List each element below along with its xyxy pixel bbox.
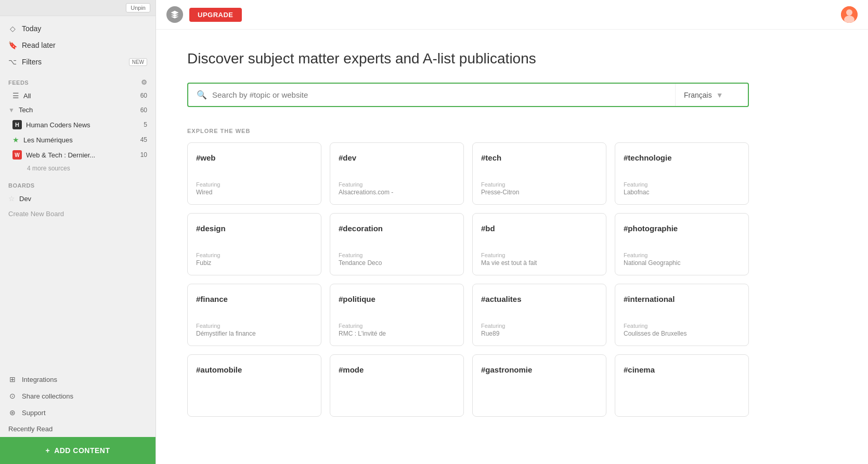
topics-grid: #web Featuring Wired #dev Featuring Alsa… [187,142,749,417]
topic-card[interactable]: #tech Featuring Presse-Citron [472,142,606,205]
topic-card[interactable]: #automobile [187,354,321,417]
tech-collapse-icon: ▼ [8,107,15,114]
sidebar-integrations[interactable]: ⊞ Integrations [0,371,156,388]
topic-card[interactable]: #dev Featuring Alsacreations.com - [330,142,464,205]
topic-tag: #cinema [624,365,740,374]
topic-tag: #photographie [624,224,740,233]
search-input[interactable] [212,90,667,99]
topic-featuring: Featuring Tendance Deco [339,252,455,267]
featuring-source: National Geographic [624,259,740,267]
topic-tag: #tech [481,153,598,162]
sidebar-support[interactable]: ⊛ Support [0,404,156,421]
topic-tag: #finance [196,295,313,303]
feed-web-tech[interactable]: W Web & Tech : Dernier... 10 [0,147,156,163]
topic-featuring: Featuring RMC : L'invité de [339,323,455,337]
all-label: All [23,92,31,100]
board-dev[interactable]: ☆ Dev [0,191,156,206]
topic-card[interactable]: #politique Featuring RMC : L'invité de [330,284,464,346]
svg-point-1 [846,9,852,16]
topic-card[interactable]: #technologie Featuring Labofnac [615,142,749,205]
topic-tag: #web [196,153,313,162]
featuring-source: Démystifier la finance [196,330,313,337]
topic-card[interactable]: #bd Featuring Ma vie est tout à fait [472,213,606,275]
topic-card[interactable]: #actualites Featuring Rue89 [472,284,606,346]
filters-badge: NEW [129,58,147,66]
recently-read-label: Recently Read [8,425,53,433]
topic-card[interactable]: #mode [330,354,464,417]
board-star-icon: ☆ [8,194,15,203]
featuring-source: Coulisses de Bruxelles [624,330,740,337]
topic-card[interactable]: #web Featuring Wired [187,142,321,205]
add-icon: + [45,446,50,455]
topic-card[interactable]: #decoration Featuring Tendance Deco [330,213,464,275]
main-body: Discover subject matter experts and A-li… [156,30,780,446]
topic-featuring: Featuring Coulisses de Bruxelles [624,323,740,337]
read-later-label: Read later [22,41,56,49]
feeds-gear-icon[interactable]: ⚙ [141,78,148,86]
topic-tag: #actualites [481,295,598,303]
feed-tech[interactable]: ▼ Tech 60 [0,103,156,117]
topic-featuring: Featuring Presse-Citron [481,181,598,196]
featuring-label: Featuring [481,181,598,188]
language-selector[interactable]: Français ▼ [675,84,748,106]
feed-les-numeriques[interactable]: ★ Les Numériques 45 [0,132,156,147]
sidebar-item-filters[interactable]: ⌥ Filters NEW [0,54,156,70]
topic-tag: #dev [339,153,455,162]
topic-card[interactable]: #gastronomie [472,354,606,417]
web-tech-label: Web & Tech : Dernier... [26,151,95,159]
featuring-source: Tendance Deco [339,259,455,267]
main-header: UPGRADE [156,0,868,30]
upgrade-button[interactable]: UPGRADE [189,8,242,22]
feed-all[interactable]: ☰ All 60 [0,88,156,103]
featuring-source: Rue89 [481,330,598,337]
boards-section: BOARDS ☆ Dev Create New Board [0,178,156,221]
share-icon: ⊙ [8,392,17,400]
featuring-label: Featuring [624,181,740,188]
topic-card[interactable]: #international Featuring Coulisses de Br… [615,284,749,346]
create-board[interactable]: Create New Board [0,206,156,221]
topic-card[interactable]: #finance Featuring Démystifier la financ… [187,284,321,346]
feedly-logo [166,6,183,23]
featuring-label: Featuring [196,252,313,258]
featuring-label: Featuring [196,323,313,329]
feed-human-coders[interactable]: H Human Coders News 5 [0,117,156,132]
user-avatar[interactable] [841,6,858,23]
sidebar-share-collections[interactable]: ⊙ Share collections [0,388,156,404]
topic-tag: #mode [339,365,455,374]
add-content-button[interactable]: + ADD CONTENT [0,437,156,464]
add-content-label: ADD CONTENT [54,446,110,455]
les-numeriques-label: Les Numériques [23,136,73,144]
topic-featuring: Featuring Alsacreations.com - [339,181,455,196]
featuring-source: Presse-Citron [481,189,598,196]
featuring-source: Alsacreations.com - [339,189,455,196]
sidebar-item-today[interactable]: ◇ Today [0,20,156,37]
featuring-source: Ma vie est tout à fait [481,259,598,267]
feeds-section-label: FEEDS [8,79,29,86]
sidebar-recently-read[interactable]: Recently Read [0,421,156,437]
featuring-label: Featuring [339,181,455,188]
topic-featuring: Featuring National Geographic [624,252,740,267]
board-dev-label: Dev [19,195,31,203]
topic-card[interactable]: #photographie Featuring National Geograp… [615,213,749,275]
bookmark-icon: 🔖 [8,41,17,49]
featuring-source: RMC : L'invité de [339,330,455,337]
topic-featuring: Featuring Ma vie est tout à fait [481,252,598,267]
unpin-button[interactable]: Unpin [126,3,150,12]
topic-tag: #technologie [624,153,740,162]
boards-label: BOARDS [8,182,35,189]
sidebar-item-read-later[interactable]: 🔖 Read later [0,37,156,54]
boards-section-header: BOARDS [0,178,156,191]
les-numeriques-count: 45 [140,136,147,143]
human-coders-label: Human Coders News [26,121,90,129]
topic-card[interactable]: #cinema [615,354,749,417]
featuring-label: Featuring [339,323,455,329]
topic-tag: #design [196,224,313,233]
topic-tag: #international [624,295,740,303]
topic-featuring: Featuring Labofnac [624,181,740,196]
share-collections-label: Share collections [22,392,73,400]
tech-label: Tech [19,106,33,114]
topic-card[interactable]: #design Featuring Fubiz [187,213,321,275]
integrations-icon: ⊞ [8,375,17,383]
more-sources[interactable]: 4 more sources [0,163,156,174]
featuring-label: Featuring [624,323,740,329]
